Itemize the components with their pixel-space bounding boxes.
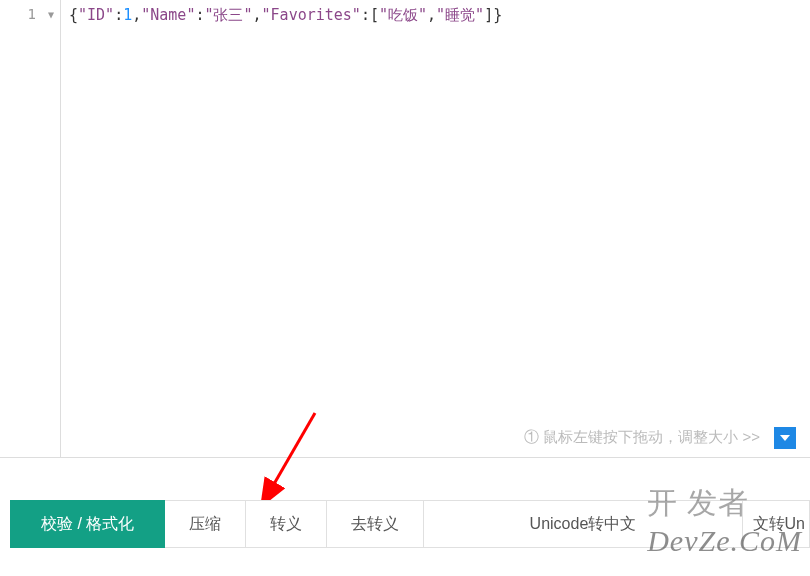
compress-button[interactable]: 压缩 bbox=[165, 500, 246, 548]
validate-format-button[interactable]: 校验 / 格式化 bbox=[10, 500, 165, 548]
json-key-id: "ID" bbox=[78, 6, 114, 24]
escape-button[interactable]: 转义 bbox=[246, 500, 327, 548]
chevron-down-icon bbox=[779, 432, 791, 444]
line-number-text: 1 bbox=[28, 6, 36, 22]
json-fav-1: "睡觉" bbox=[436, 6, 484, 24]
json-val-name: "张三" bbox=[204, 6, 252, 24]
toolbar: 校验 / 格式化 压缩 转义 去转义 Unicode转中文 文转Un bbox=[10, 500, 810, 548]
code-editor[interactable]: 1 ▼ {"ID":1,"Name":"张三","Favorites":["吃饭… bbox=[0, 0, 810, 458]
json-val-id: 1 bbox=[123, 6, 132, 24]
code-content[interactable]: {"ID":1,"Name":"张三","Favorites":["吃饭","睡… bbox=[60, 0, 810, 457]
line-number: 1 ▼ bbox=[0, 6, 60, 22]
unescape-button[interactable]: 去转义 bbox=[327, 500, 424, 548]
json-fav-0: "吃饭" bbox=[379, 6, 427, 24]
json-key-fav: "Favorites" bbox=[262, 6, 361, 24]
fold-marker-icon[interactable]: ▼ bbox=[48, 9, 54, 20]
overflow-button[interactable]: 文转Un bbox=[742, 500, 810, 548]
unicode-to-chinese-button[interactable]: Unicode转中文 bbox=[424, 500, 741, 548]
editor-gutter: 1 ▼ bbox=[0, 0, 60, 457]
editor-dropdown-button[interactable] bbox=[774, 427, 796, 449]
json-key-name: "Name" bbox=[141, 6, 195, 24]
resize-hint-text: ① 鼠标左键按下拖动，调整大小 >> bbox=[524, 428, 760, 447]
